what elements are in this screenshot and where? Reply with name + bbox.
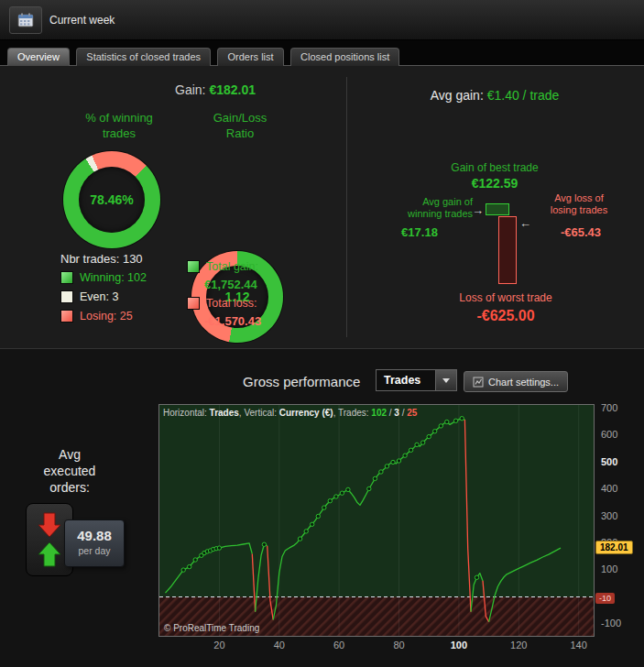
- period-selector-button[interactable]: [9, 6, 42, 34]
- tab-bar: Overview Statistics of closed trades Ord…: [0, 40, 644, 66]
- avg-gain-value: €1.40 / trade: [487, 88, 560, 103]
- x-axis-tick: 80: [386, 640, 413, 651]
- total-loss-value: -€1,570.43: [204, 314, 261, 328]
- calendar-icon: [17, 13, 34, 27]
- gain-label: Gain:: [175, 82, 205, 97]
- chevron-down-icon: [442, 378, 450, 383]
- avg-win-label: Avg gain of winning trades: [365, 196, 473, 220]
- chart-copyright: © ProRealTime Trading: [164, 623, 259, 633]
- losing-color-swatch: [60, 310, 73, 323]
- y-axis: 700600500400300200100-100182.01-10: [594, 405, 641, 636]
- best-trade-value: €122.59: [403, 176, 586, 191]
- lower-value-marker: -10: [595, 593, 615, 604]
- avg-gain-label: Avg gain:: [431, 88, 484, 103]
- y-axis-tick: -100: [601, 618, 639, 629]
- legend-even: Even: 3: [60, 290, 118, 303]
- y-axis-tick: 600: [601, 429, 639, 440]
- gain-value: €182.01: [209, 82, 256, 97]
- tab-orders-list[interactable]: Orders list: [217, 48, 283, 66]
- avg-loss-label: Avg loss of losing trades: [524, 192, 634, 216]
- vertical-divider: [346, 77, 347, 337]
- gross-performance-chart[interactable]: Horizontal: Trades, Vertical: Currency (…: [158, 404, 595, 637]
- x-axis-tick: 140: [565, 640, 593, 651]
- even-color-swatch: [60, 290, 73, 303]
- legend-winning: Winning: 102: [60, 271, 147, 284]
- total-gain-swatch: [187, 260, 200, 273]
- dropdown-selected-value[interactable]: Trades: [376, 369, 436, 391]
- chart-legend: Horizontal: Trades, Vertical: Currency (…: [163, 408, 417, 418]
- x-axis-tick: 40: [266, 640, 293, 651]
- legend-total-loss: Total loss:: [187, 297, 257, 310]
- y-axis-tick: 100: [601, 563, 639, 574]
- trading-statistics-window: Current week Overview Statistics of clos…: [0, 0, 644, 667]
- nbr-trades: Nbr trades: 130: [60, 252, 143, 266]
- chart-settings-button[interactable]: Chart settings...: [464, 371, 568, 392]
- tab-overview[interactable]: Overview: [7, 48, 70, 66]
- topbar: Current week: [0, 0, 644, 40]
- y-axis-tick: 500: [601, 456, 639, 467]
- ratio-donut-title: Gain/Loss Ratio: [181, 110, 299, 141]
- dropdown-arrow-button[interactable]: [436, 369, 457, 391]
- chart-type-dropdown[interactable]: Trades: [376, 369, 457, 391]
- x-axis-tick: 60: [325, 640, 353, 651]
- best-trade-label: Gain of best trade: [403, 161, 586, 174]
- tab-statistics-closed-trades[interactable]: Statistics of closed trades: [76, 48, 211, 66]
- tab-closed-positions-list[interactable]: Closed positions list: [290, 48, 399, 66]
- avg-gain-header: Avg gain: €1.40 / trade: [357, 88, 632, 103]
- performance-title: Gross performance: [243, 374, 360, 389]
- avg-gain-bar: [486, 203, 509, 215]
- avg-orders-value-box: 49.88 per day: [64, 519, 125, 567]
- stats-panel: Gain: €182.01 % of winning trades Gain/L…: [0, 66, 644, 348]
- y-axis-tick: 700: [601, 402, 639, 413]
- avg-win-value: €17.18: [374, 225, 465, 239]
- winning-percentage-value: 78.46%: [90, 192, 133, 207]
- worst-trade-value: -€625.00: [423, 308, 588, 324]
- x-axis-tick: 20: [205, 640, 233, 651]
- y-axis-tick: 300: [601, 510, 639, 521]
- avg-loss-arrow-icon: ←: [519, 217, 531, 229]
- x-axis-tick: 120: [505, 640, 532, 651]
- chart-settings-label: Chart settings...: [488, 377, 559, 388]
- legend-total-gain: Total gain:: [187, 260, 258, 273]
- avg-orders-value: 49.88: [65, 528, 124, 543]
- performance-panel: Gross performance Trades Chart settings.…: [0, 348, 644, 667]
- legend-losing: Losing: 25: [60, 310, 133, 323]
- worst-trade-label: Loss of worst trade: [423, 291, 588, 304]
- equity-curve-plot[interactable]: [159, 405, 594, 636]
- winning-percentage-donut: 78.46%: [63, 151, 160, 248]
- final-value-marker: 182.01: [595, 541, 633, 554]
- avg-loss-bar: [498, 216, 517, 284]
- period-label: Current week: [49, 14, 115, 27]
- x-axis: 20406080100120140: [159, 636, 594, 652]
- total-loss-swatch: [187, 297, 200, 310]
- x-axis-tick: 100: [445, 640, 473, 651]
- winning-color-swatch: [60, 271, 73, 284]
- winning-donut-title: % of winning trades: [57, 110, 181, 141]
- avg-loss-value: -€65.43: [531, 225, 630, 239]
- total-gain-value: €1,752.44: [204, 278, 257, 291]
- avg-orders-unit: per day: [65, 545, 124, 556]
- buy-sell-arrows-icon: [36, 510, 63, 569]
- avg-orders-label: Avg executed orders:: [16, 446, 123, 496]
- chart-settings-icon: [473, 377, 484, 388]
- avg-win-arrow-icon: →: [472, 204, 484, 216]
- gain-header: Gain: €182.01: [87, 82, 344, 97]
- y-axis-tick: 400: [601, 483, 639, 494]
